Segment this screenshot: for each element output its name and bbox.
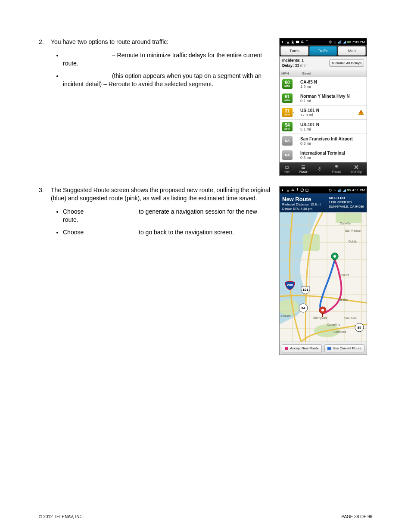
segment-name: CA-85 N	[300, 80, 364, 84]
map-area[interactable]: 280 101 84 85 San Ramon Dublin Danville …	[280, 212, 367, 342]
traffic-segment[interactable]: 54MPHUS-101 N5.1 mi	[280, 120, 367, 134]
car-icon	[284, 165, 290, 170]
svg-rect-0	[296, 40, 299, 43]
speed-badge: 21MPH	[282, 108, 293, 117]
segment-name: International Terminal	[300, 151, 364, 156]
svg-text:Ashland: Ashland	[280, 314, 291, 317]
status-bar: 7:09 PM	[280, 38, 367, 45]
speed-badge: 54MPH	[282, 122, 293, 131]
minimize-all-delays-button[interactable]: Minimize All Delays	[329, 59, 364, 67]
svg-rect-5	[341, 40, 342, 43]
svg-text:280: 280	[287, 283, 293, 287]
svg-rect-16	[306, 189, 308, 191]
segment-name: US-101 N	[300, 108, 358, 113]
step-3-bullet-2: Choose to go back to the navigation scre…	[63, 228, 271, 236]
status-time: 7:09 PM	[352, 40, 365, 44]
traffic-segment[interactable]: 21MPH◂US-101 N17.8 mi	[280, 106, 367, 120]
segment-column-header: MPH Street	[280, 70, 367, 77]
segment-name: Norman Y Mineta Hwy N	[300, 94, 364, 99]
col-mph: MPH	[280, 70, 300, 77]
svg-text:Campbell: Campbell	[333, 330, 346, 334]
traffic-segment[interactable]: 60MPHCA-85 N1.9 mi	[280, 77, 367, 91]
svg-rect-10	[361, 111, 361, 113]
svg-rect-22	[348, 190, 350, 191]
svg-point-11	[361, 113, 361, 114]
traffic-segment[interactable]: 61MPHNorman Y Mineta Hwy N0.1 mi	[280, 91, 367, 106]
warning-icon	[358, 109, 364, 115]
svg-rect-3	[338, 42, 339, 44]
new-route-title: New Route	[282, 196, 321, 202]
start-pin-icon	[331, 253, 338, 262]
speed-badge: 61MPH	[282, 93, 293, 103]
page-footer: © 2012 TELENAV, INC. PAGE 38 OF 96	[39, 514, 372, 519]
dest-addr2: SUNNYVALE, CA 94086	[329, 205, 364, 208]
close-icon	[354, 165, 359, 170]
step-2-lead: You have two options to route around tra…	[51, 38, 168, 45]
status-right-icons: 7:09 PM	[328, 40, 365, 44]
segment-distance: 1.9 mi	[300, 84, 364, 89]
step-2-number: 2.	[39, 38, 51, 46]
svg-text:San Jose: San Jose	[344, 317, 357, 320]
svg-rect-23	[350, 190, 351, 190]
use-current-route-button[interactable]: Use Current Route	[324, 344, 364, 352]
svg-rect-20	[341, 189, 342, 192]
svg-rect-14	[319, 167, 321, 169]
mic-icon	[317, 166, 322, 171]
accept-new-route-button[interactable]: Accept New Route	[282, 344, 322, 352]
delay-value: 33 min	[295, 63, 307, 68]
segment-name: San Francisco Intl Airport	[300, 137, 364, 141]
step-2-bullet-2: (this option appears when you tap on a s…	[63, 72, 271, 88]
pin-icon	[334, 165, 339, 170]
bottom-places[interactable]: Places	[332, 165, 341, 173]
traffic-tab-bar: Turns Traffic Map	[280, 45, 367, 56]
svg-rect-4	[339, 41, 340, 43]
bottom-route[interactable]: Route	[299, 165, 308, 173]
segment-distance: 0.6 mi	[300, 141, 364, 146]
dest-addr1: 1130 KIFER RD	[329, 200, 364, 204]
traffic-summary: Incidents: 1 Delay: 33 min Minimize All …	[280, 56, 367, 70]
svg-point-13	[287, 168, 288, 169]
incidents-label: Incidents:	[282, 58, 301, 62]
bottom-end-trip[interactable]: End Trip	[351, 165, 362, 173]
step-3-bullet-1: Choose to generate a navigation session …	[63, 208, 271, 224]
segment-distance: 0.3 mi	[300, 156, 364, 160]
delay-label: Delay:	[282, 63, 294, 68]
step-3-lead: The Suggested Route screen shows the pro…	[51, 187, 270, 202]
svg-rect-24	[336, 213, 361, 223]
route-choice-buttons: Accept New Route Use Current Route	[280, 342, 367, 355]
svg-point-2	[335, 43, 336, 44]
dest-name: KIFER RD	[329, 196, 364, 200]
svg-text:Fremont: Fremont	[338, 274, 349, 277]
status-time-2: 4:11 PM	[352, 188, 365, 192]
step-3-section: 3. The Suggested Route screen shows the …	[39, 186, 372, 355]
svg-point-17	[329, 189, 331, 191]
blue-square-icon	[327, 347, 331, 350]
traffic-segment[interactable]: NAInternational Terminal0.3 mi	[280, 148, 367, 162]
step-3-number: 3.	[39, 186, 51, 194]
svg-text:Milpitas: Milpitas	[338, 298, 348, 302]
svg-text:Sunnyvale: Sunnyvale	[313, 316, 327, 320]
pink-square-icon	[285, 347, 288, 350]
incidents-value: 1	[302, 58, 304, 62]
tab-map[interactable]: Map	[338, 46, 366, 56]
svg-point-31	[321, 309, 324, 311]
segment-distance: 5.1 mi	[300, 127, 364, 131]
svg-text:San Ramon: San Ramon	[345, 229, 361, 232]
bottom-nav-bar: Nav Route Places End Trip	[280, 162, 367, 175]
svg-rect-8	[350, 41, 351, 42]
svg-text:Cupertino: Cupertino	[327, 323, 340, 327]
bottom-mic[interactable]	[317, 166, 322, 171]
bottom-nav[interactable]: Nav	[284, 165, 290, 173]
svg-point-12	[286, 168, 286, 169]
footer-copyright: © 2012 TELENAV, INC.	[39, 514, 84, 519]
map-svg: 280 101 84 85 San Ramon Dublin Danville …	[280, 212, 367, 342]
status-left-icons	[281, 40, 309, 44]
svg-rect-19	[339, 190, 340, 192]
tab-turns[interactable]: Turns	[280, 46, 308, 56]
svg-text:101: 101	[302, 288, 308, 292]
end-pin-icon	[319, 307, 326, 317]
traffic-segment[interactable]: NASan Francisco Intl Airport0.6 mi	[280, 134, 367, 148]
tab-traffic[interactable]: Traffic	[309, 46, 337, 56]
list-icon	[301, 165, 306, 170]
col-street: Street	[300, 70, 367, 77]
